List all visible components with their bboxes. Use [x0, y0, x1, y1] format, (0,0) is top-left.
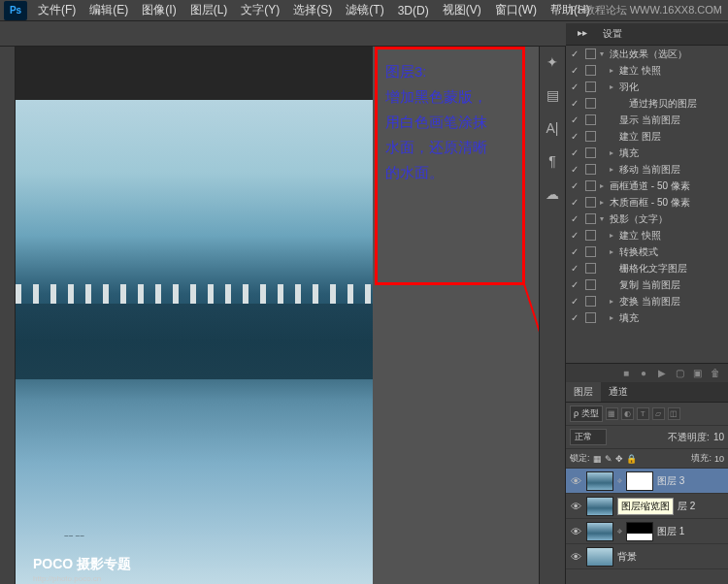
action-item[interactable]: ✓栅格化文字图层	[566, 260, 728, 276]
action-item[interactable]: ✓▸转换模式	[566, 243, 728, 260]
libraries-icon[interactable]: ☁	[545, 186, 560, 202]
action-dialog-icon[interactable]	[585, 65, 596, 76]
action-item[interactable]: ✓▸画框通道 - 50 像素	[566, 178, 728, 194]
new-action-icon[interactable]: ▣	[693, 368, 705, 379]
mask-thumbnail[interactable]	[626, 471, 653, 491]
action-item[interactable]: ✓▸填充	[566, 145, 728, 161]
menu-layer[interactable]: 图层(L)	[183, 0, 235, 21]
layers-tab[interactable]: 图层	[566, 382, 601, 402]
disclosure-icon[interactable]: ▸	[600, 198, 608, 207]
menu-3d[interactable]: 3D(D)	[391, 1, 436, 20]
disclosure-icon[interactable]: ▾	[600, 49, 608, 58]
action-dialog-icon[interactable]	[585, 263, 596, 274]
action-toggle-icon[interactable]: ✓	[568, 81, 581, 92]
action-toggle-icon[interactable]: ✓	[568, 164, 581, 175]
layer-thumbnail[interactable]	[586, 522, 613, 541]
action-item[interactable]: ✓▸木质画框 - 50 像素	[566, 194, 728, 211]
menu-edit[interactable]: 编辑(E)	[83, 0, 135, 21]
action-item[interactable]: ✓▸变换 当前图层	[566, 293, 728, 309]
disclosure-icon[interactable]: ▸	[610, 82, 617, 91]
lock-transparent-icon[interactable]: ▦	[593, 454, 602, 464]
action-dialog-icon[interactable]	[585, 180, 596, 191]
action-item[interactable]: ✓▸移动 当前图层	[566, 161, 728, 178]
action-toggle-icon[interactable]: ✓	[568, 213, 581, 224]
trash-icon[interactable]: 🗑	[711, 368, 722, 379]
action-dialog-icon[interactable]	[585, 81, 596, 92]
action-dialog-icon[interactable]	[585, 296, 596, 307]
layer-row[interactable]: 👁背景	[566, 544, 728, 569]
disclosure-icon[interactable]: ▸	[610, 247, 617, 256]
menu-type[interactable]: 文字(Y)	[234, 0, 286, 21]
layer-row[interactable]: 👁⎆图层 3	[566, 469, 728, 494]
disclosure-icon[interactable]: ▸	[610, 165, 617, 174]
visibility-icon[interactable]: 👁	[569, 551, 582, 563]
filter-type-icon[interactable]: T	[637, 407, 649, 420]
link-icon[interactable]: ⎆	[617, 527, 622, 535]
menu-select[interactable]: 选择(S)	[286, 0, 339, 21]
filter-type-select[interactable]: ρ 类型	[570, 406, 603, 422]
stop-icon[interactable]: ■	[623, 368, 635, 379]
menu-image[interactable]: 图像(I)	[135, 0, 182, 21]
action-item[interactable]: ✓▾投影（文字）	[566, 211, 728, 227]
action-toggle-icon[interactable]: ✓	[568, 114, 581, 125]
history-icon[interactable]: ✦	[545, 54, 560, 70]
action-toggle-icon[interactable]: ✓	[568, 246, 581, 257]
disclosure-icon[interactable]: ▸	[610, 297, 617, 306]
action-dialog-icon[interactable]	[585, 312, 596, 323]
layer-thumbnail[interactable]	[586, 497, 613, 516]
disclosure-icon[interactable]: ▸	[610, 231, 617, 240]
layer-thumbnail[interactable]	[586, 471, 613, 491]
layer-row[interactable]: 👁图层缩览图层 2	[566, 494, 728, 519]
action-toggle-icon[interactable]: ✓	[568, 147, 581, 158]
swatches-icon[interactable]: ▤	[545, 87, 560, 103]
layer-thumbnail[interactable]	[586, 547, 613, 567]
disclosure-icon[interactable]: ▸	[610, 66, 617, 75]
new-folder-icon[interactable]: ▢	[676, 368, 687, 379]
disclosure-icon[interactable]: ▸	[600, 181, 608, 190]
action-toggle-icon[interactable]: ✓	[568, 180, 581, 191]
lock-all-icon[interactable]: 🔒	[626, 454, 637, 464]
panel-expand-icon[interactable]: ▸▸	[574, 26, 591, 42]
action-dialog-icon[interactable]	[585, 230, 596, 241]
disclosure-icon[interactable]: ▾	[600, 214, 608, 223]
action-dialog-icon[interactable]	[585, 279, 596, 290]
action-item[interactable]: ✓复制 当前图层	[566, 276, 728, 293]
disclosure-icon[interactable]: ▸	[610, 313, 617, 322]
action-toggle-icon[interactable]: ✓	[568, 49, 581, 59]
action-toggle-icon[interactable]: ✓	[568, 98, 581, 109]
action-toggle-icon[interactable]: ✓	[568, 312, 581, 323]
action-dialog-icon[interactable]	[585, 213, 596, 224]
action-dialog-icon[interactable]	[585, 164, 596, 175]
lock-position-icon[interactable]: ✥	[615, 454, 623, 464]
mask-thumbnail[interactable]	[626, 522, 653, 541]
play-icon[interactable]: ▶	[658, 368, 670, 379]
menu-view[interactable]: 视图(V)	[436, 0, 488, 21]
menu-file[interactable]: 文件(F)	[31, 0, 83, 21]
layer-row[interactable]: 👁⎆图层 1	[566, 519, 728, 544]
fill-value[interactable]: 10	[714, 454, 724, 464]
visibility-icon[interactable]: 👁	[569, 475, 582, 487]
action-toggle-icon[interactable]: ✓	[568, 279, 581, 290]
action-toggle-icon[interactable]: ✓	[568, 197, 581, 208]
visibility-icon[interactable]: 👁	[569, 501, 582, 512]
action-dialog-icon[interactable]	[585, 197, 596, 208]
action-dialog-icon[interactable]	[585, 147, 596, 158]
filter-adjust-icon[interactable]: ◐	[621, 407, 634, 420]
paragraph-icon[interactable]: ¶	[545, 153, 560, 169]
action-item[interactable]: ✓通过拷贝的图层	[566, 95, 728, 112]
action-toggle-icon[interactable]: ✓	[568, 230, 581, 241]
action-item[interactable]: ✓▸填充	[566, 309, 728, 326]
action-toggle-icon[interactable]: ✓	[568, 296, 581, 307]
filter-shape-icon[interactable]: ▱	[652, 407, 665, 420]
filter-pixel-icon[interactable]: ▦	[606, 407, 618, 420]
action-toggle-icon[interactable]: ✓	[568, 65, 581, 76]
lock-pixel-icon[interactable]: ✎	[605, 454, 612, 464]
action-item[interactable]: ✓显示 当前图层	[566, 112, 728, 128]
blend-mode-select[interactable]: 正常	[570, 429, 607, 445]
character-icon[interactable]: A|	[545, 120, 560, 136]
visibility-icon[interactable]: 👁	[569, 526, 582, 537]
action-item[interactable]: ✓建立 图层	[566, 128, 728, 145]
channels-tab[interactable]: 通道	[601, 382, 636, 402]
action-dialog-icon[interactable]	[585, 49, 596, 59]
opacity-value[interactable]: 10	[713, 432, 724, 442]
